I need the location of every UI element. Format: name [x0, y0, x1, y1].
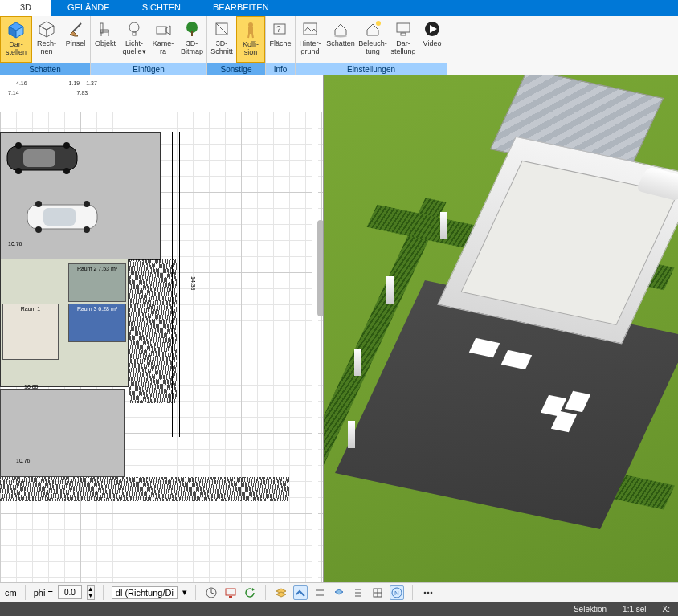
dim-bottom: 10.76: [16, 458, 31, 463]
spinner-buttons[interactable]: ▲▼: [87, 585, 95, 600]
tab-gelaende[interactable]: GELÄNDE: [51, 0, 126, 16]
house-light-icon: [363, 19, 382, 39]
bulb-icon: [125, 19, 144, 39]
ribbon-group-info: ? Fläche Info: [266, 16, 296, 75]
ribbon-label-info: Info: [266, 63, 295, 75]
main-tab-bar: 3D GELÄNDE SICHTEN BEARBEITEN: [0, 0, 678, 16]
menu-small-icon[interactable]: [421, 585, 435, 600]
dimension-lines: [161, 132, 185, 493]
phi-label: phi =: [34, 588, 53, 598]
dim-parking-w: 10.76: [8, 241, 22, 247]
svg-marker-51: [252, 588, 255, 591]
phi-input[interactable]: [58, 585, 82, 599]
svg-point-67: [431, 591, 433, 594]
person-icon: [241, 20, 260, 39]
ribbon-label-schatten: Schatten: [0, 63, 90, 75]
btn-flaeche[interactable]: ? Fläche: [266, 16, 295, 63]
svg-rect-20: [248, 27, 253, 34]
svg-point-45: [84, 226, 90, 233]
svg-point-36: [15, 142, 22, 149]
btn-objekt[interactable]: Objekt: [91, 16, 120, 63]
room-2[interactable]: Raum 2 7.53 m²: [68, 263, 126, 302]
svg-line-48: [211, 593, 214, 594]
btn-kollision[interactable]: Kolli-sion: [236, 16, 265, 63]
btn-3dbitmap[interactable]: 3D-Bitmap: [178, 16, 206, 63]
ribbon-group-schatten: Dar-stellen Rech-nen Pinsel Schatten: [0, 16, 91, 75]
ribbon-group-einfuegen: Objekt Licht-quelle▾ Kame-ra 3D-Bitmap: [91, 16, 207, 75]
ribbon-label-einstellungen: Einstellungen: [296, 63, 447, 75]
status-bar: Selektion 1:1 sel X:: [0, 602, 678, 616]
svg-rect-16: [191, 31, 193, 36]
status-scale: 1:1 sel: [623, 605, 646, 614]
svg-text:N: N: [394, 589, 399, 597]
btn-kamera[interactable]: Kame-ra: [149, 16, 178, 63]
ribbon-label-einfuegen: Einfügen: [91, 63, 206, 75]
svg-point-66: [427, 591, 430, 594]
mode-select[interactable]: dl (Richtung/Di: [112, 586, 178, 599]
status-selection: Selektion: [574, 605, 607, 614]
image-icon: [300, 19, 320, 39]
btn-lichtquelle[interactable]: Licht-quelle▾: [120, 16, 149, 63]
chair-icon: [96, 19, 115, 39]
svg-marker-26: [335, 24, 346, 35]
dim-top2: 7.14 7.83: [8, 90, 88, 96]
3d-view-pane[interactable]: [324, 75, 678, 584]
align-icon[interactable]: [351, 585, 366, 600]
monitor-small-icon[interactable]: [223, 585, 238, 600]
svg-marker-53: [276, 592, 286, 597]
refresh-icon[interactable]: [243, 585, 257, 600]
floorplan-pane[interactable]: 4.16 1.19 1.37 7.14 7.83 10.76 Raum 2 7.…: [0, 75, 324, 584]
svg-point-42: [35, 201, 42, 207]
section-icon: [212, 19, 231, 39]
pillar-1: [440, 212, 447, 239]
brush-icon: [66, 19, 85, 39]
pillar-4: [348, 421, 355, 448]
snap-icon[interactable]: [293, 585, 308, 600]
tab-3d[interactable]: 3D: [0, 0, 51, 16]
house-block[interactable]: Raum 2 7.53 m² Raum 3 6.28 m² Raum 1: [0, 259, 129, 387]
btn-hintergrund[interactable]: Hinter-grund: [296, 16, 325, 63]
svg-rect-31: [401, 33, 406, 35]
btn-3dschnitt[interactable]: 3D-Schnitt: [207, 16, 236, 63]
area-icon: ?: [271, 19, 290, 39]
tab-sichten[interactable]: SICHTEN: [126, 0, 197, 16]
btn-schatten[interactable]: Schatten: [325, 16, 357, 63]
chevron-down-icon[interactable]: ▾: [182, 587, 187, 598]
layers-icon[interactable]: [274, 585, 288, 600]
tab-bearbeiten[interactable]: BEARBEITEN: [197, 0, 285, 16]
svg-marker-4: [39, 26, 47, 37]
svg-marker-5: [47, 26, 54, 37]
unit-label: cm: [5, 588, 17, 598]
ribbon-group-sonstige: 3D-Schnitt Kolli-sion Sonstige: [207, 16, 266, 75]
svg-rect-12: [133, 32, 136, 35]
svg-rect-13: [157, 27, 166, 34]
svg-point-15: [186, 22, 198, 33]
svg-rect-41: [43, 208, 76, 226]
btn-beleuchtung[interactable]: Beleuch-tung: [357, 16, 389, 63]
svg-marker-3: [39, 22, 54, 30]
room-1[interactable]: Raum 1: [2, 304, 59, 360]
svg-point-11: [129, 22, 139, 32]
svg-rect-35: [23, 149, 55, 167]
north-icon[interactable]: N: [390, 585, 404, 600]
layer2-icon[interactable]: [332, 585, 346, 600]
dim-top: 4.16 1.19 1.37: [16, 80, 97, 86]
cube-blue-icon: [6, 20, 26, 39]
svg-rect-8: [100, 30, 108, 32]
scrollbar-thumb[interactable]: [317, 220, 324, 316]
btn-pinsel[interactable]: Pinsel: [61, 16, 90, 63]
tree-icon: [182, 19, 202, 39]
parallel-icon[interactable]: [312, 585, 327, 600]
room-3[interactable]: Raum 3 6.28 m²: [68, 304, 126, 342]
clock-icon[interactable]: [204, 585, 219, 600]
svg-line-6: [73, 23, 81, 31]
btn-rechnen[interactable]: Rech-nen: [32, 16, 61, 63]
btn-darstellen[interactable]: Dar-stellen: [0, 16, 32, 63]
camera-icon: [153, 19, 173, 39]
btn-darstellung[interactable]: Dar-stellung: [389, 16, 418, 63]
btn-video[interactable]: Video: [418, 16, 447, 63]
bottom-toolbar: cm phi = ▲▼ dl (Richtung/Di ▾ N: [0, 582, 678, 602]
lower-parking[interactable]: [0, 389, 125, 477]
grid-icon[interactable]: [370, 585, 385, 600]
ruler-horizontal: [0, 106, 312, 112]
